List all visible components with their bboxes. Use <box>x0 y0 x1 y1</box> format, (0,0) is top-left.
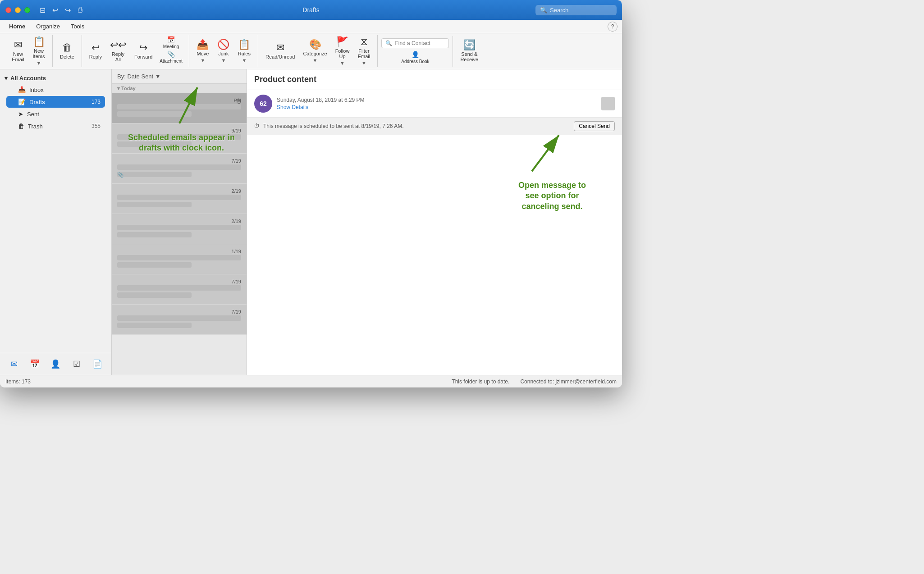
email-meta-info: Sunday, August 18, 2019 at 6:29 PM Show … <box>277 97 597 110</box>
new-email-icon: ✉ <box>14 40 22 50</box>
search-icon: 🔍 <box>540 7 547 14</box>
email-blur-3 <box>117 195 241 200</box>
accounts-label: All Accounts <box>10 75 46 82</box>
email-time-3: 2/19 <box>232 188 241 194</box>
help-button[interactable]: ? <box>608 22 618 32</box>
connected-status: Connected to: jzimmer@centerfield.com <box>520 378 617 385</box>
today-collapse-icon: ▾ <box>117 86 120 91</box>
email-blur-4 <box>117 225 241 230</box>
close-button[interactable] <box>5 7 11 13</box>
rules-label: Rules <box>238 51 251 56</box>
title-search[interactable]: 🔍 <box>535 5 617 15</box>
reply-all-button[interactable]: ↩↩ Reply All <box>106 36 130 67</box>
forward-button[interactable]: ↪ Forward <box>131 36 156 67</box>
email-blur-6 <box>117 285 241 291</box>
nav-calendar-button[interactable]: 📅 <box>27 357 42 371</box>
menu-organize[interactable]: Organize <box>32 21 64 32</box>
filter-email-chevron: ▼ <box>361 60 366 66</box>
email-item-7[interactable]: 7/19 <box>112 305 247 335</box>
traffic-lights <box>5 7 30 13</box>
email-blur-2b: 📎 <box>117 172 192 177</box>
meeting-attachment-group: 📅 Meeting 📎 Attachment <box>157 36 185 67</box>
email-blur-7 <box>117 315 241 321</box>
inbox-label: Inbox <box>29 87 44 93</box>
email-blur-2 <box>117 164 241 170</box>
email-list-header: By: Date Sent ▼ <box>112 69 247 84</box>
trash-count: 355 <box>91 123 101 129</box>
save-icon[interactable]: ⊟ <box>37 5 47 15</box>
address-book-button[interactable]: 👤 Address Book <box>381 51 449 64</box>
filter-email-button[interactable]: ⧖ Filter Email ▼ <box>354 36 374 67</box>
address-book-label: Address Book <box>401 59 429 64</box>
find-contact-input-wrapper[interactable]: 🔍 <box>381 38 449 48</box>
new-items-button[interactable]: 📋 New Items ▼ <box>29 36 49 67</box>
new-email-button[interactable]: ✉ New Email <box>8 36 28 67</box>
email-time-7: 7/19 <box>232 309 241 314</box>
nav-contacts-button[interactable]: 👤 <box>48 357 63 371</box>
sort-label[interactable]: By: Date Sent ▼ <box>117 73 161 80</box>
read-unread-icon: ✉ <box>276 43 284 53</box>
nav-mail-button[interactable]: ✉ <box>7 357 21 371</box>
redo-icon[interactable]: ↪ <box>63 5 73 15</box>
cancel-send-button[interactable]: Cancel Send <box>574 121 615 131</box>
sidebar-bottom-nav: ✉ 📅 👤 ☑ 📄 <box>0 353 111 375</box>
sidebar-item-inbox[interactable]: 📥 Inbox <box>6 84 105 96</box>
email-item-4[interactable]: 2/19 <box>112 214 247 244</box>
print-icon[interactable]: ⎙ <box>75 5 85 15</box>
right-annotation: Open message tosee option forcanceling s… <box>518 162 586 212</box>
zoom-button[interactable] <box>24 7 30 13</box>
status-right: This folder is up to date. Connected to:… <box>452 378 617 385</box>
email-item-0[interactable]: PM ⏱ <box>112 93 247 123</box>
categorize-button[interactable]: 🎨 Categorize ▼ <box>299 36 330 67</box>
move-button[interactable]: 📤 Move ▼ <box>193 36 213 67</box>
read-unread-button[interactable]: ✉ Read/Unread <box>262 36 298 67</box>
folder-status: This folder is up to date. <box>452 378 509 385</box>
email-item-2[interactable]: 7/19 📎 <box>112 154 247 184</box>
menu-home[interactable]: Home <box>5 21 30 32</box>
rules-chevron: ▼ <box>242 58 247 63</box>
email-item-6[interactable]: 7/19 <box>112 274 247 305</box>
email-item-1[interactable]: 9/19 <box>112 123 247 154</box>
follow-up-icon: 🚩 <box>336 37 348 47</box>
undo-icon[interactable]: ↩ <box>50 5 60 15</box>
drafts-label: Drafts <box>29 99 45 105</box>
delete-label: Delete <box>60 54 74 59</box>
email-time-6: 7/19 <box>232 279 241 284</box>
rules-button[interactable]: 📋 Rules ▼ <box>234 36 254 67</box>
menu-tools[interactable]: Tools <box>66 21 89 32</box>
move-chevron: ▼ <box>200 58 205 63</box>
delete-button[interactable]: 🗑 Delete <box>56 36 78 67</box>
email-time-4: 2/19 <box>232 219 241 224</box>
nav-notes-button[interactable]: 📄 <box>90 357 105 371</box>
email-item-3[interactable]: 2/19 <box>112 184 247 214</box>
ribbon-send-receive-group: 🔄 Send & Receive <box>453 35 485 67</box>
all-accounts-header[interactable]: ▾ All Accounts <box>5 73 107 83</box>
email-blur-4b <box>117 232 192 237</box>
sidebar-item-drafts[interactable]: 📝 Drafts 173 <box>6 96 105 108</box>
follow-up-label: Follow Up <box>335 48 350 59</box>
read-unread-label: Read/Unread <box>265 54 295 59</box>
email-body-wrapper: Open message tosee option forcanceling s… <box>247 135 622 375</box>
inbox-icon: 📥 <box>18 86 26 93</box>
email-time-1: 9/19 <box>232 128 241 133</box>
follow-up-button[interactable]: 🚩 Follow Up ▼ <box>332 36 353 67</box>
show-details-link[interactable]: Show Details <box>277 104 597 110</box>
minimize-button[interactable] <box>15 7 21 13</box>
junk-button[interactable]: 🚫 Junk ▼ <box>214 36 233 67</box>
attachment-button[interactable]: 📎 Attachment <box>157 50 185 64</box>
clock-icon: ⏱ <box>236 98 242 105</box>
find-contact-input[interactable] <box>395 40 445 46</box>
search-input[interactable] <box>550 7 608 14</box>
email-blur-0 <box>117 104 241 109</box>
email-item-5[interactable]: 1/19 <box>112 244 247 274</box>
attachment-icon: 📎 <box>167 50 175 58</box>
meeting-button[interactable]: 📅 Meeting <box>157 36 185 50</box>
forward-label: Forward <box>134 54 152 59</box>
forward-icon: ↪ <box>139 43 147 53</box>
sidebar-item-sent[interactable]: ➤ Sent <box>6 108 105 120</box>
sidebar-item-trash[interactable]: 🗑 Trash 355 <box>6 120 105 132</box>
accounts-section: ▾ All Accounts 📥 Inbox 📝 Drafts 173 ➤ Se… <box>0 69 111 134</box>
send-receive-button[interactable]: 🔄 Send & Receive <box>457 36 482 67</box>
nav-tasks-button[interactable]: ☑ <box>69 357 84 371</box>
reply-button[interactable]: ↩ Reply <box>86 36 105 67</box>
